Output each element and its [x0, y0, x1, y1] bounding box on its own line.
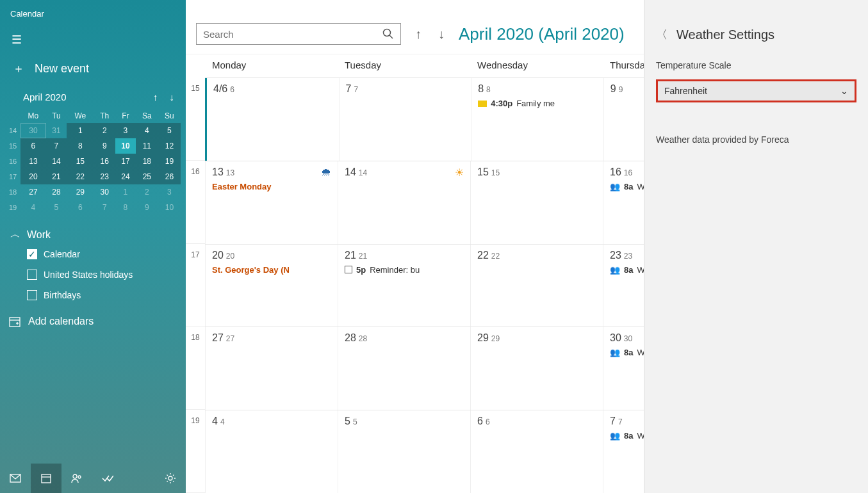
- add-calendars-label: Add calendars: [28, 316, 94, 327]
- day-cell[interactable]: 1414☀: [338, 161, 470, 244]
- settings-button[interactable]: [155, 464, 186, 493]
- day-cell[interactable]: 884:30p Family me: [471, 78, 603, 161]
- new-event-label: New event: [35, 62, 89, 76]
- calendar-checkbox[interactable]: United States holidays: [27, 270, 176, 280]
- week-number: 15: [186, 77, 205, 161]
- svg-line-13: [389, 35, 393, 38]
- week-number: 16: [186, 161, 205, 244]
- mini-day[interactable]: 8: [67, 138, 94, 154]
- mini-day[interactable]: 19: [158, 154, 181, 169]
- add-calendars-button[interactable]: Add calendars: [0, 307, 186, 336]
- day-cell[interactable]: 2020St. George's Day (N: [205, 245, 338, 327]
- scale-dropdown[interactable]: Fahrenheit ⌄: [656, 79, 856, 102]
- holiday-label[interactable]: Easter Monday: [212, 182, 331, 191]
- new-event-button[interactable]: ＋ New event: [0, 54, 186, 88]
- mini-day[interactable]: 3: [158, 184, 181, 200]
- mini-day[interactable]: 10: [158, 200, 181, 215]
- hamburger-button[interactable]: ☰: [0, 25, 186, 54]
- day-cell[interactable]: 44: [205, 410, 338, 493]
- mini-day[interactable]: 9: [94, 138, 115, 154]
- todo-button[interactable]: [92, 464, 123, 493]
- mini-month-label[interactable]: April 2020: [23, 92, 67, 102]
- mini-day[interactable]: 28: [46, 184, 67, 200]
- back-button[interactable]: 〈: [656, 27, 667, 42]
- search-icon[interactable]: [382, 28, 394, 40]
- group-toggle[interactable]: ︿ Work: [10, 228, 176, 241]
- mini-day[interactable]: 18: [136, 154, 158, 169]
- mini-day[interactable]: 1: [67, 123, 94, 138]
- search-input[interactable]: [203, 29, 382, 40]
- mini-day[interactable]: 14: [46, 154, 67, 169]
- scale-value: Fahrenheit: [664, 86, 707, 96]
- mini-day[interactable]: 5: [46, 200, 67, 215]
- mini-day[interactable]: 3: [115, 123, 136, 138]
- mini-day[interactable]: 12: [158, 138, 181, 154]
- mini-prev-button[interactable]: ↑: [153, 92, 158, 102]
- mini-day[interactable]: 16: [94, 154, 115, 169]
- mini-next-button[interactable]: ↓: [170, 92, 175, 102]
- day-cell[interactable]: 66: [470, 410, 603, 493]
- provider-note: Weather data provided by Foreca: [656, 134, 856, 145]
- mini-day[interactable]: 6: [20, 138, 46, 154]
- calendar-checkbox[interactable]: ✓Calendar: [27, 249, 176, 259]
- mini-day[interactable]: 1: [115, 184, 136, 200]
- mini-day[interactable]: 8: [115, 200, 136, 215]
- people-button[interactable]: [61, 464, 92, 493]
- mini-day[interactable]: 27: [20, 184, 46, 200]
- mini-day[interactable]: 29: [67, 184, 94, 200]
- day-cell[interactable]: 21215p Reminder: bu: [338, 245, 470, 327]
- day-cell[interactable]: 4/66: [205, 78, 339, 161]
- holiday-label[interactable]: St. George's Day (N: [212, 265, 331, 275]
- mini-day[interactable]: 24: [115, 169, 136, 184]
- day-cell[interactable]: 2222: [470, 245, 603, 327]
- mini-day[interactable]: 30: [20, 123, 46, 138]
- mini-day[interactable]: 20: [20, 169, 46, 184]
- mini-day[interactable]: 2: [94, 123, 115, 138]
- day-cell[interactable]: 77: [339, 78, 471, 161]
- day-cell[interactable]: 55: [338, 410, 470, 493]
- mini-day[interactable]: 10: [115, 138, 136, 154]
- mini-day[interactable]: 23: [94, 169, 115, 184]
- mini-day[interactable]: 31: [46, 123, 67, 138]
- mini-day[interactable]: 6: [67, 200, 94, 215]
- day-cell[interactable]: 2929: [470, 327, 603, 410]
- mini-dow: Su: [158, 109, 181, 123]
- day-cell[interactable]: 2727: [205, 327, 338, 410]
- period-title[interactable]: April 2020 (April 2020): [459, 24, 625, 44]
- scale-label: Temperature Scale: [656, 60, 856, 70]
- day-cell[interactable]: 1313🌧Easter Monday: [205, 161, 338, 244]
- next-period-button[interactable]: ↓: [433, 24, 450, 44]
- mini-day[interactable]: 17: [115, 154, 136, 169]
- mini-dow: Th: [94, 109, 115, 123]
- mini-day[interactable]: 15: [67, 154, 94, 169]
- mini-day[interactable]: 7: [94, 200, 115, 215]
- mini-day[interactable]: 7: [46, 138, 67, 154]
- day-cell[interactable]: 2828: [338, 327, 470, 410]
- event-item[interactable]: 4:30p Family me: [478, 99, 597, 108]
- mini-day[interactable]: 13: [20, 154, 46, 169]
- day-cell[interactable]: 1515: [470, 161, 603, 244]
- prev-period-button[interactable]: ↑: [410, 24, 427, 44]
- week-number: 18: [186, 327, 205, 410]
- mini-day[interactable]: 2: [136, 184, 158, 200]
- event-item[interactable]: 5p Reminder: bu: [345, 265, 464, 275]
- mini-day[interactable]: 21: [46, 169, 67, 184]
- svg-point-10: [78, 476, 81, 478]
- svg-point-11: [168, 476, 172, 480]
- mini-day[interactable]: 11: [136, 138, 158, 154]
- mini-day[interactable]: 22: [67, 169, 94, 184]
- search-box[interactable]: [196, 23, 401, 45]
- mini-day[interactable]: 9: [136, 200, 158, 215]
- day-number: 88: [478, 83, 597, 95]
- mini-day[interactable]: 30: [94, 184, 115, 200]
- mini-day[interactable]: 25: [136, 169, 158, 184]
- calendar-button[interactable]: [31, 464, 61, 493]
- mini-day[interactable]: 4: [136, 123, 158, 138]
- calendar-add-icon: [9, 316, 20, 327]
- mini-day[interactable]: 5: [158, 123, 181, 138]
- mini-day[interactable]: 4: [20, 200, 46, 215]
- calendar-checkbox[interactable]: Birthdays: [27, 290, 176, 300]
- mail-button[interactable]: [0, 464, 31, 493]
- meeting-icon: 👥: [610, 431, 620, 440]
- mini-day[interactable]: 26: [158, 169, 181, 184]
